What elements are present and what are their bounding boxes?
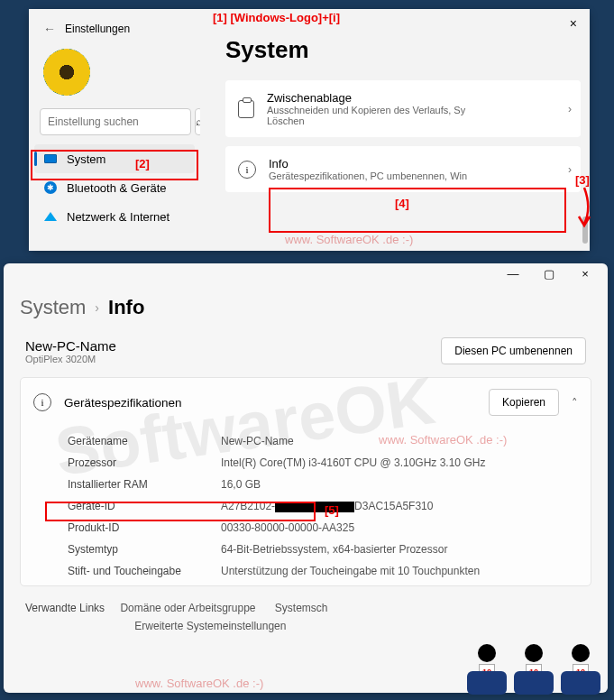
tile-subtitle: Gerätespezifikationen, PC umbenennen, Wi… (269, 170, 467, 181)
sidebar-item-system[interactable]: System (34, 144, 195, 173)
judge-icon: 10 (513, 644, 554, 695)
breadcrumb: System › Info (20, 272, 591, 332)
search-row: ⌕ (40, 108, 189, 135)
info-icon: i (33, 393, 51, 411)
close-button[interactable]: × (570, 267, 600, 281)
spec-header[interactable]: i Gerätespezifikationen Kopieren ˄ (21, 378, 591, 427)
tile-info[interactable]: i Info Gerätespezifikationen, PC umbenen… (225, 146, 581, 192)
judge-icon: 10 (466, 644, 508, 695)
rename-pc-button[interactable]: Diesen PC umbenennen (441, 337, 586, 364)
copy-button[interactable]: Kopieren (489, 389, 559, 416)
breadcrumb-system[interactable]: System (20, 296, 86, 319)
bluetooth-icon: ✱ (43, 180, 58, 195)
pc-name-row: New-PC-Name OptiPlex 3020M Diesen PC umb… (20, 332, 591, 377)
settings-window: ← Einstellungen ⌕ System ✱ Bluetooth & G… (29, 9, 590, 251)
back-icon[interactable]: ← (43, 22, 56, 36)
sidebar-item-network[interactable]: Netzwerk & Internet (34, 202, 195, 231)
display-icon (43, 152, 58, 166)
link-advanced[interactable]: Erweiterte Systemeinstellungen (134, 617, 286, 635)
sidebar-header: ← Einstellungen (34, 14, 195, 43)
chevron-up-icon: ˄ (572, 396, 578, 410)
link-domain[interactable]: Domäne oder Arbeitsgruppe (120, 599, 255, 617)
spec-body: GerätenameNew-PC-Name ProzessorIntel(R) … (21, 427, 591, 585)
sidebar-item-bluetooth[interactable]: ✱ Bluetooth & Geräte (34, 173, 195, 202)
spec-row: GerätenameNew-PC-Name (68, 430, 587, 452)
minimize-button[interactable]: — (498, 267, 528, 281)
tile-subtitle-2: Löschen (267, 115, 465, 126)
pc-name: New-PC-Name (25, 338, 116, 354)
user-avatar[interactable] (43, 49, 90, 96)
tile-clipboard[interactable]: Zwischenablage Ausschneiden und Kopieren… (225, 80, 581, 137)
maximize-button[interactable]: ▢ (534, 267, 564, 281)
spec-row: Produkt-ID00330-80000-00000-AA325 (68, 517, 587, 539)
mascot-judges: 10 10 10 (466, 644, 601, 695)
info-icon: i (238, 161, 256, 179)
chevron-right-icon: › (568, 103, 572, 115)
settings-main: × System Zwischenablage Ausschneiden und… (200, 9, 590, 251)
link-system-protection[interactable]: Systemsch (275, 599, 328, 617)
tile-title: Info (269, 157, 467, 170)
redacted-bar (275, 502, 354, 512)
search-input[interactable] (40, 108, 191, 135)
spec-title: Gerätespezifikationen (64, 396, 476, 410)
window-controls: — ▢ × (498, 267, 600, 281)
links-label: Verwandte Links (25, 602, 105, 614)
wifi-icon (43, 209, 58, 224)
window-title: Einstellungen (65, 23, 130, 35)
spec-row-ram: Installierter RAM16,0 GB (68, 474, 587, 495)
breadcrumb-info: Info (108, 296, 144, 319)
sidebar-item-label: System (67, 152, 105, 166)
tile-subtitle: Ausschneiden und Kopieren des Verlaufs, … (267, 105, 465, 115)
spec-row: ProzessorIntel(R) Core(TM) i3-4160T CPU … (68, 452, 587, 474)
page-title: System (225, 9, 581, 80)
settings-sidebar: ← Einstellungen ⌕ System ✱ Bluetooth & G… (29, 9, 200, 251)
device-spec-card: i Gerätespezifikationen Kopieren ˄ Gerät… (20, 377, 591, 586)
spec-row: Geräte-IDA27B2102-D3AC15A5F310 (68, 495, 587, 517)
close-button[interactable]: × (563, 13, 584, 34)
sidebar-item-label: Bluetooth & Geräte (67, 181, 167, 195)
scrollbar[interactable] (582, 216, 588, 244)
sidebar-item-label: Netzwerk & Internet (67, 210, 170, 224)
info-window: — ▢ × System › Info New-PC-Name OptiPlex… (4, 263, 608, 693)
clipboard-icon (238, 100, 254, 118)
chevron-right-icon: › (568, 163, 572, 176)
chevron-right-icon: › (95, 300, 99, 315)
judge-icon: 10 (560, 644, 601, 695)
tile-title: Zwischenablage (267, 91, 465, 105)
spec-row: Systemtyp64-Bit-Betriebssystem, x64-basi… (68, 539, 587, 560)
related-links: Verwandte Links Domäne oder Arbeitsgrupp… (20, 586, 591, 635)
pc-model: OptiPlex 3020M (25, 354, 116, 364)
spec-row: Stift- und ToucheingabeUnterstützung der… (68, 560, 587, 582)
